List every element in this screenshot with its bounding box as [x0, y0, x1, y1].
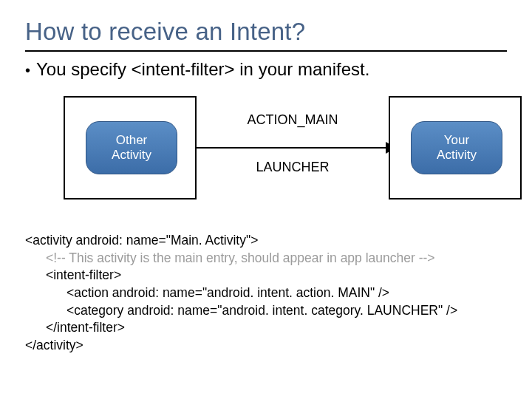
other-activity-container: Other Activity — [64, 96, 197, 200]
code-line: <category android: name="android. intent… — [25, 302, 507, 320]
code-line-comment: <!-- This activity is the main entry, sh… — [25, 250, 507, 267]
title-underline — [25, 50, 507, 52]
other-activity-box: Other Activity — [86, 121, 177, 174]
bullet-text: You specify <intent-filter> in your mani… — [36, 59, 369, 80]
code-line: <action android: name="android. intent. … — [25, 284, 507, 302]
code-block: <activity android: name="Main. Activity"… — [25, 232, 507, 354]
code-line: </activity> — [25, 337, 507, 355]
code-line: <activity android: name="Main. Activity"… — [25, 232, 507, 250]
your-activity-box: Your Activity — [411, 121, 502, 174]
page-title: How to receive an Intent? — [25, 18, 507, 46]
code-line: <intent-filter> — [25, 267, 507, 284]
your-activity-container: Your Activity — [389, 96, 522, 200]
arrow-label-bottom: LAUNCHER — [197, 160, 389, 175]
bullet-item: • You specify <intent-filter> in your ma… — [25, 59, 507, 80]
slide: How to receive an Intent? • You specify … — [0, 0, 532, 399]
arrow-line — [197, 147, 389, 149]
arrow-label-top: ACTION_MAIN — [197, 112, 389, 128]
code-line: </intent-filter> — [25, 319, 507, 337]
other-activity-label: Other Activity — [112, 133, 151, 162]
diagram: Other Activity ACTION_MAIN LAUNCHER Your… — [25, 96, 507, 214]
your-activity-label: Your Activity — [437, 133, 477, 162]
bullet-dot-icon: • — [25, 63, 30, 78]
